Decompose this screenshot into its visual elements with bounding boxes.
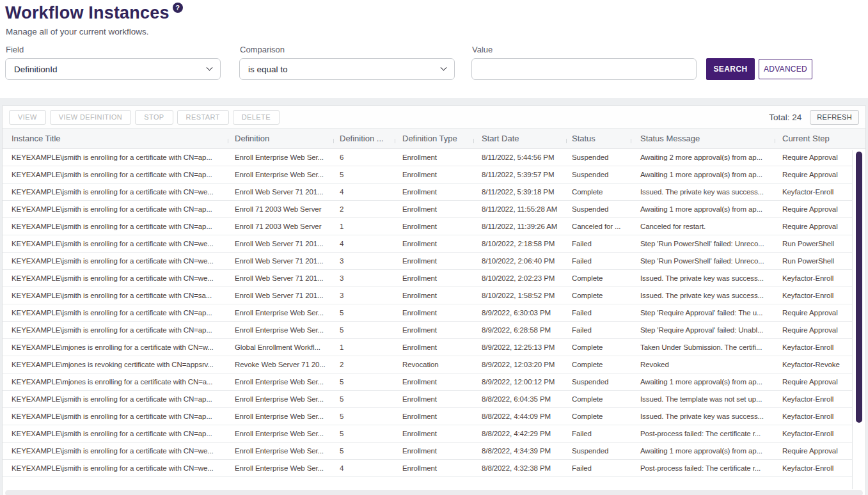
cell-instance-title: KEYEXAMPLE\jsmith is enrolling for a cer… xyxy=(3,326,228,334)
vertical-scrollbar[interactable] xyxy=(852,150,865,489)
search-filter-row: Field DefinitionId Comparison is equal t… xyxy=(5,45,863,80)
restart-button[interactable]: RESTART xyxy=(177,110,229,125)
value-input[interactable] xyxy=(471,58,697,80)
cell-definition-type: Enrollment xyxy=(395,395,473,403)
table-row[interactable]: KEYEXAMPLE\jsmith is enrolling for a cer… xyxy=(3,201,865,218)
column-header-definition-type[interactable]: Definition Type xyxy=(395,134,473,143)
cell-definition-type: Enrollment xyxy=(395,412,473,420)
table-row[interactable]: KEYEXAMPLE\jsmith is enrolling for a cer… xyxy=(3,166,865,184)
table-row[interactable]: KEYEXAMPLE\jsmith is enrolling for a cer… xyxy=(3,460,865,477)
column-header-instance-title[interactable]: Instance Title xyxy=(3,134,228,143)
cell-instance-title: KEYEXAMPLE\jsmith is enrolling for a cer… xyxy=(3,205,228,213)
cell-instance-title: KEYEXAMPLE\mjones is enrolling for a cer… xyxy=(3,343,228,351)
cell-definition-id: 3 xyxy=(333,292,395,299)
table-row[interactable]: KEYEXAMPLE\jsmith is enrolling for a cer… xyxy=(3,149,865,166)
advanced-button[interactable]: ADVANCED xyxy=(759,59,812,79)
cell-status-message: Issued. The private key was success... xyxy=(631,292,775,299)
cell-status-message: Issued. The private key was success... xyxy=(631,274,775,282)
cell-definition-type: Enrollment xyxy=(395,447,473,455)
cell-instance-title: KEYEXAMPLE\jsmith is enrolling for a cer… xyxy=(3,171,228,178)
table-row[interactable]: KEYEXAMPLE\jsmith is enrolling for a cer… xyxy=(3,218,865,235)
cell-current-step: Keyfactor-Enroll xyxy=(775,395,851,403)
cell-definition-type: Enrollment xyxy=(395,171,473,178)
table-row[interactable]: KEYEXAMPLE\jsmith is enrolling for a cer… xyxy=(3,270,865,287)
cell-definition-type: Enrollment xyxy=(395,464,473,472)
cell-current-step: Require Approval xyxy=(775,309,851,317)
table-row[interactable]: KEYEXAMPLE\mjones is enrolling for a cer… xyxy=(3,339,865,356)
cell-status-message: Step 'Require Approval' failed: Unabl... xyxy=(631,326,775,334)
help-icon[interactable]: ? xyxy=(173,3,183,13)
cell-current-step: Run PowerShell xyxy=(775,257,851,265)
cell-current-step: Keyfactor-Revoke xyxy=(775,361,851,368)
vertical-scrollbar-thumb[interactable] xyxy=(856,152,862,423)
table-row[interactable]: KEYEXAMPLE\mjones is revoking certificat… xyxy=(3,356,865,373)
cell-status: Suspended xyxy=(566,171,631,178)
field-select[interactable]: DefinitionId xyxy=(5,58,221,80)
table-row[interactable]: KEYEXAMPLE\jsmith is enrolling for a cer… xyxy=(3,235,865,253)
table-row[interactable]: KEYEXAMPLE\jsmith is enrolling for a cer… xyxy=(3,184,865,201)
cell-definition: Revoke Web Server 71 20... xyxy=(228,361,333,368)
column-header-definition[interactable]: Definition xyxy=(228,134,333,143)
cell-status: Suspended xyxy=(566,447,631,455)
cell-start-date: 8/9/2022, 12:25:13 PM xyxy=(473,343,566,351)
cell-status-message: Step 'Run PowerShell' failed: Unreco... xyxy=(631,257,775,265)
view-definition-button[interactable]: VIEW DEFINITION xyxy=(50,110,132,125)
cell-status-message: Awaiting 1 more approval(s) from ap... xyxy=(631,171,775,178)
column-header-status[interactable]: Status xyxy=(566,134,631,143)
table-row[interactable]: KEYEXAMPLE\jsmith is enrolling for a cer… xyxy=(3,443,865,460)
cell-start-date: 8/8/2022, 4:32:38 PM xyxy=(473,464,566,472)
cell-current-step: Require Approval xyxy=(775,378,851,386)
cell-status: Complete xyxy=(566,412,631,420)
cell-definition: Enroll Enterprise Web Ser... xyxy=(228,447,333,455)
cell-current-step: Keyfactor-Enroll xyxy=(775,343,851,351)
cell-status: Complete xyxy=(566,188,631,196)
cell-start-date: 8/11/2022, 5:44:56 PM xyxy=(473,153,566,161)
cell-definition-id: 2 xyxy=(333,205,395,213)
view-button[interactable]: VIEW xyxy=(9,110,46,125)
cell-definition: Enroll Enterprise Web Ser... xyxy=(228,153,333,161)
column-header-status-message[interactable]: Status Message xyxy=(631,134,775,143)
cell-status-message: Awaiting 2 more approval(s) from ap... xyxy=(631,153,775,161)
refresh-button[interactable]: REFRESH xyxy=(810,110,859,125)
cell-start-date: 8/10/2022, 2:06:40 PM xyxy=(473,257,566,265)
delete-button[interactable]: DELETE xyxy=(233,110,280,125)
stop-button[interactable]: STOP xyxy=(135,110,173,125)
cell-instance-title: KEYEXAMPLE\jsmith is enrolling for a cer… xyxy=(3,188,228,196)
table-row[interactable]: KEYEXAMPLE\jsmith is enrolling for a cer… xyxy=(3,287,865,304)
cell-current-step: Keyfactor-Enroll xyxy=(775,412,851,420)
comparison-select[interactable]: is equal to xyxy=(239,58,455,80)
column-header-current-step[interactable]: Current Step xyxy=(775,134,851,143)
cell-status: Complete xyxy=(566,274,631,282)
cell-definition: Enroll Web Server 71 201... xyxy=(228,292,333,299)
horizontal-scrollbar[interactable] xyxy=(5,490,863,495)
cell-status-message: Awaiting 1 more approval(s) from ap... xyxy=(631,378,775,386)
cell-definition-id: 5 xyxy=(333,309,395,317)
table-row[interactable]: KEYEXAMPLE\mjones is enrolling for a cer… xyxy=(3,373,865,391)
cell-status: Failed xyxy=(566,309,631,317)
table-row[interactable]: KEYEXAMPLE\jsmith is enrolling for a cer… xyxy=(3,391,865,408)
cell-start-date: 8/8/2022, 4:34:39 PM xyxy=(473,447,566,455)
table-row[interactable]: KEYEXAMPLE\jsmith is enrolling for a cer… xyxy=(3,408,865,425)
cell-definition-id: 2 xyxy=(333,361,395,368)
cell-start-date: 8/9/2022, 12:00:12 PM xyxy=(473,378,566,386)
cell-start-date: 8/11/2022, 5:39:18 PM xyxy=(473,188,566,196)
cell-definition: Enroll Enterprise Web Ser... xyxy=(228,464,333,472)
table-row[interactable]: KEYEXAMPLE\jsmith is enrolling for a cer… xyxy=(3,425,865,443)
table-row[interactable]: KEYEXAMPLE\jsmith is enrolling for a cer… xyxy=(3,322,865,339)
cell-definition-type: Enrollment xyxy=(395,309,473,317)
table-row[interactable]: KEYEXAMPLE\jsmith is enrolling for a cer… xyxy=(3,304,865,322)
cell-status-message: Issued. The private key was success... xyxy=(631,188,775,196)
cell-current-step: Run PowerShell xyxy=(775,240,851,248)
page-title: Workflow Instances xyxy=(5,3,170,23)
cell-definition-type: Enrollment xyxy=(395,292,473,299)
cell-start-date: 8/10/2022, 2:18:58 PM xyxy=(473,240,566,248)
cell-status-message: Awaiting 1 more approval(s) from ap... xyxy=(631,205,775,213)
cell-definition-id: 5 xyxy=(333,171,395,178)
search-button[interactable]: SEARCH xyxy=(706,58,755,80)
cell-current-step: Require Approval xyxy=(775,326,851,334)
cell-status-message: Issued. The private key was success... xyxy=(631,412,775,420)
cell-start-date: 8/9/2022, 6:30:03 PM xyxy=(473,309,566,317)
table-row[interactable]: KEYEXAMPLE\jsmith is enrolling for a cer… xyxy=(3,253,865,270)
column-header-start-date[interactable]: Start Date xyxy=(473,134,566,143)
column-header-definition-id[interactable]: Definition ... xyxy=(333,134,395,143)
